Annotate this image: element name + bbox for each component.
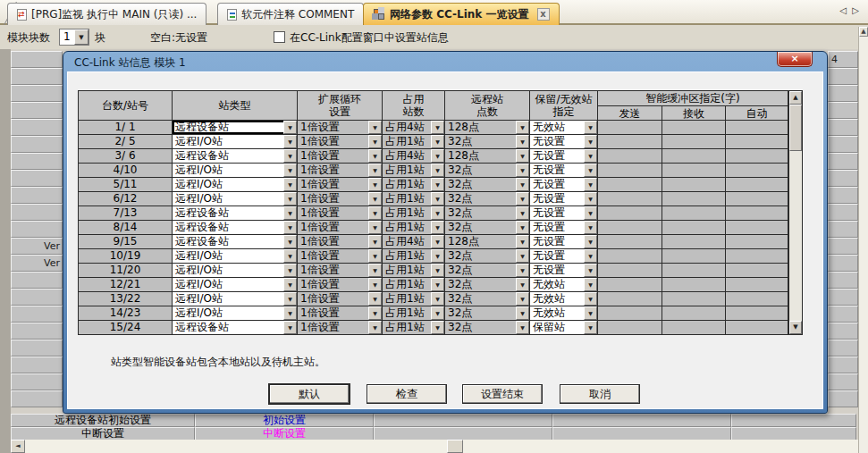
initial-setting-link[interactable]: 初始设置 [195, 414, 374, 427]
chevron-down-icon[interactable]: ▼ [431, 278, 444, 291]
occupied-stations-select[interactable]: 占用1站▼ [383, 192, 444, 206]
chevron-down-icon[interactable]: ▼ [283, 221, 297, 234]
station-type-select[interactable]: 远程设备站▼ [173, 149, 297, 163]
reserve-invalid-select[interactable]: 无设置▼ [530, 192, 597, 206]
chevron-down-icon[interactable]: ▼ [516, 178, 529, 191]
chevron-down-icon[interactable]: ▼ [516, 306, 529, 320]
chevron-down-icon[interactable]: ▼ [431, 178, 444, 191]
chevron-down-icon[interactable]: ▼ [516, 249, 529, 263]
chevron-down-icon[interactable]: ▼ [431, 206, 444, 220]
chevron-down-icon[interactable]: ▼ [584, 121, 597, 134]
scroll-left-icon[interactable]: ◄ [11, 440, 25, 453]
chevron-down-icon[interactable]: ▼ [368, 206, 382, 220]
reserve-invalid-select[interactable]: 无设置▼ [530, 235, 597, 248]
station-type-select[interactable]: 远程I/O站▼ [173, 292, 297, 306]
buffer-send-cell[interactable] [598, 121, 662, 135]
dialog-close-button[interactable]: × [777, 52, 813, 67]
buffer-auto-cell[interactable] [726, 192, 788, 206]
occupied-stations-select[interactable]: 占用4站▼ [383, 235, 444, 248]
reserve-invalid-select[interactable]: 无设置▼ [530, 264, 597, 277]
chevron-down-icon[interactable]: ▼ [283, 149, 297, 163]
chevron-down-icon[interactable]: ▼ [368, 264, 382, 277]
chevron-down-icon[interactable]: ▼ [431, 306, 444, 320]
expanded-cyclic-select[interactable]: 1倍设置▼ [298, 278, 382, 291]
reserve-invalid-select[interactable]: 无效站▼ [530, 292, 597, 306]
tab-close-icon[interactable]: x [537, 8, 550, 21]
reserve-invalid-select[interactable]: 无设置▼ [530, 206, 597, 220]
chevron-down-icon[interactable]: ▼ [368, 178, 382, 191]
chevron-down-icon[interactable]: ▼ [431, 321, 444, 334]
remote-points-select[interactable]: 32点▼ [445, 206, 529, 220]
chevron-down-icon[interactable]: ▼ [584, 149, 597, 163]
remote-points-select[interactable]: 128点▼ [445, 149, 529, 163]
chevron-down-icon[interactable]: ▼ [516, 221, 529, 234]
buffer-receive-cell[interactable] [662, 321, 726, 335]
reserve-invalid-select[interactable]: 无设置▼ [530, 164, 597, 177]
station-type-select[interactable]: 远程设备站▼ [173, 235, 297, 248]
buffer-auto-cell[interactable] [726, 149, 788, 164]
chevron-down-icon[interactable]: ▼ [516, 121, 529, 134]
buffer-send-cell[interactable] [598, 306, 662, 321]
reserve-invalid-select[interactable]: 无设置▼ [530, 149, 597, 163]
tab-scroll-right-icon[interactable]: ▷ [852, 5, 859, 15]
chevron-down-icon[interactable]: ▼ [283, 164, 297, 177]
station-type-select[interactable]: 远程I/O站▼ [173, 192, 297, 206]
chevron-down-icon[interactable]: ▼ [516, 292, 529, 306]
chevron-down-icon[interactable]: ▼ [368, 235, 382, 248]
buffer-auto-cell[interactable] [726, 121, 788, 135]
chevron-down-icon[interactable]: ▼ [584, 206, 597, 220]
remote-points-select[interactable]: 32点▼ [445, 192, 529, 206]
chevron-down-icon[interactable]: ▼ [584, 135, 597, 148]
occupied-stations-select[interactable]: 占用1站▼ [383, 135, 444, 148]
scroll-up-icon[interactable]: ▲ [789, 91, 802, 105]
scroll-down-icon[interactable]: ▼ [789, 321, 802, 334]
tab-device-comment[interactable]: 软元件注释 COMMENT [217, 3, 364, 25]
finish-setting-button[interactable]: 设置结束 [462, 384, 543, 404]
chevron-down-icon[interactable]: ▼ [516, 235, 529, 248]
default-button[interactable]: 默认 [269, 384, 350, 404]
reserve-invalid-select[interactable]: 无设置▼ [530, 135, 597, 148]
occupied-stations-select[interactable]: 占用1站▼ [383, 249, 444, 263]
remote-points-select[interactable]: 128点▼ [445, 235, 529, 248]
occupied-stations-select[interactable]: 占用1站▼ [383, 164, 444, 177]
chevron-down-icon[interactable]: ▼ [368, 249, 382, 263]
remote-points-select[interactable]: 32点▼ [445, 221, 529, 234]
buffer-receive-cell[interactable] [662, 292, 726, 306]
tab-scroll-left-icon[interactable]: ◁ [839, 5, 847, 15]
buffer-send-cell[interactable] [598, 135, 662, 149]
buffer-send-cell[interactable] [598, 321, 662, 335]
expanded-cyclic-select[interactable]: 1倍设置▼ [298, 178, 382, 191]
chevron-down-icon[interactable]: ▼ [283, 321, 297, 334]
chevron-down-icon[interactable]: ▼ [516, 192, 529, 206]
buffer-receive-cell[interactable] [662, 135, 726, 149]
buffer-send-cell[interactable] [598, 149, 662, 164]
remote-points-select[interactable]: 32点▼ [445, 249, 529, 263]
buffer-auto-cell[interactable] [726, 249, 788, 264]
chevron-down-icon[interactable]: ▼ [368, 221, 382, 234]
expanded-cyclic-select[interactable]: 1倍设置▼ [298, 149, 382, 163]
chevron-down-icon[interactable]: ▼ [584, 321, 597, 334]
chevron-down-icon[interactable]: ▼ [74, 29, 88, 45]
station-type-select[interactable]: 远程I/O站▼ [173, 178, 297, 191]
remote-points-select[interactable]: 32点▼ [445, 164, 529, 177]
chevron-down-icon[interactable]: ▼ [584, 249, 597, 263]
buffer-auto-cell[interactable] [726, 178, 788, 192]
chevron-down-icon[interactable]: ▼ [368, 121, 382, 134]
chevron-down-icon[interactable]: ▼ [431, 149, 444, 163]
chevron-down-icon[interactable]: ▼ [283, 178, 297, 191]
chevron-down-icon[interactable]: ▼ [584, 306, 597, 320]
occupied-stations-select[interactable]: 占用1站▼ [383, 178, 444, 191]
chevron-down-icon[interactable]: ▼ [283, 292, 297, 306]
buffer-auto-cell[interactable] [726, 206, 788, 221]
chevron-down-icon[interactable]: ▼ [368, 278, 382, 291]
occupied-stations-select[interactable]: 占用1站▼ [383, 306, 444, 320]
buffer-auto-cell[interactable] [726, 135, 788, 149]
occupied-stations-select[interactable]: 占用1站▼ [383, 278, 444, 291]
expanded-cyclic-select[interactable]: 1倍设置▼ [298, 249, 382, 263]
chevron-down-icon[interactable]: ▼ [283, 192, 297, 206]
remote-points-select[interactable]: 32点▼ [445, 321, 529, 334]
remote-points-select[interactable]: 128点▼ [445, 121, 529, 134]
buffer-auto-cell[interactable] [726, 264, 788, 278]
buffer-receive-cell[interactable] [662, 249, 726, 264]
buffer-send-cell[interactable] [598, 264, 662, 278]
